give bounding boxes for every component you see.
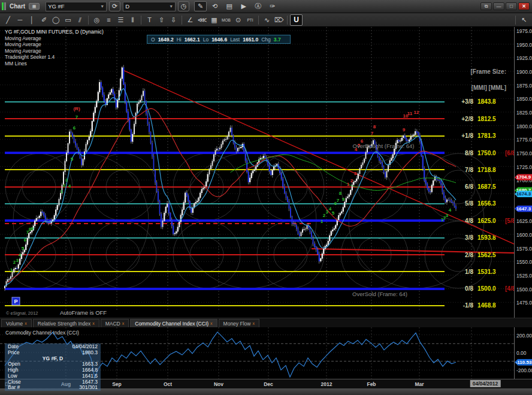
- mm-line-fraction-label: 5/8: [465, 200, 473, 207]
- cci-tick-label: 200.00: [516, 333, 532, 339]
- tab-close-icon[interactable]: x: [252, 321, 255, 325]
- auto-icon[interactable]: Ⓐ: [252, 1, 264, 11]
- tab-close-icon[interactable]: x: [210, 321, 213, 325]
- window-controls: ⧉—□✕: [480, 2, 530, 10]
- ellipse-tool-icon[interactable]: ◯: [50, 14, 62, 26]
- draw-pencil-icon[interactable]: ✎: [194, 1, 207, 11]
- pti-study-button-icon[interactable]: PTI: [244, 14, 256, 26]
- seeker-signal-sell: 1: [347, 182, 350, 187]
- high-label: Hi: [177, 37, 182, 43]
- price-tick-label: 1775.0: [516, 137, 532, 143]
- mm-frame-suffix-label: [5/8: [505, 218, 514, 224]
- minimize-button[interactable]: —: [493, 2, 504, 10]
- copyright-text: © eSignal, 2012: [6, 310, 38, 316]
- seeker-signal-buy: 8: [339, 191, 342, 196]
- seeker-signal-sell: 3: [354, 171, 357, 176]
- vertical-line-tool-icon[interactable]: │: [26, 14, 38, 26]
- mm-line-fraction-label: +2/8: [461, 116, 473, 122]
- arrow-up-marker-tool-icon[interactable]: ⇧: [156, 14, 167, 26]
- fib-retracement-tool-icon[interactable]: ≡: [103, 14, 114, 26]
- mm-line-price-label: 1812.5: [477, 116, 496, 122]
- symbol-refresh-button[interactable]: ⟳: [109, 1, 120, 11]
- oversold-label: OverSold (Frame: 64): [352, 291, 407, 297]
- cci-axis[interactable]: 200.000.00-200.00-110.53: [514, 327, 532, 379]
- fib-circles-tool-icon[interactable]: ◎: [91, 14, 102, 26]
- price-axis-badge: 1674.3: [515, 191, 532, 197]
- price-tick-label: 1900.0: [516, 69, 532, 75]
- eraser-tool-icon[interactable]: ⌦: [273, 14, 285, 26]
- mm-line-price-label: 1656.3: [477, 200, 496, 207]
- wave-tool-icon[interactable]: ∿: [261, 14, 273, 26]
- seeker-signal-buy: 9: [31, 226, 34, 231]
- time-axis-label: 2012: [321, 381, 332, 387]
- price-tick-label: 1975.0: [516, 28, 532, 34]
- tab-close-icon[interactable]: x: [25, 321, 27, 325]
- arrow-down-marker-tool-icon[interactable]: ⇩: [168, 14, 179, 26]
- horizontal-line-tool-icon[interactable]: ─: [14, 14, 26, 26]
- mm-line-fraction-label: 7/8: [465, 167, 473, 173]
- symbol-dropdown-caret[interactable]: ▼: [98, 4, 104, 8]
- price-axis[interactable]: 1975.01950.01925.01900.01875.01850.01825…: [514, 27, 532, 318]
- price-tick-label: 1550.0: [516, 259, 532, 265]
- seeker-signal-buy: 4: [68, 183, 71, 189]
- fib-extension-tool-icon[interactable]: ☰: [115, 14, 126, 26]
- tab-macd[interactable]: MACDx: [101, 319, 129, 327]
- tab-close-icon[interactable]: x: [92, 321, 95, 325]
- tab-volume[interactable]: Volumex: [1, 319, 32, 327]
- quote-board-icon[interactable]: ▤: [223, 1, 235, 11]
- price-chart-canvas[interactable]: +3/81843.8+2/81812.5+1/81781.38/81750.0[…: [0, 27, 514, 318]
- symbol-input[interactable]: YG #F ▼: [46, 2, 107, 11]
- maximize-button[interactable]: □: [506, 2, 517, 10]
- toolbar-divider: [182, 16, 182, 25]
- open-label: O: [151, 37, 155, 43]
- grid-tool-icon[interactable]: ▦: [208, 14, 220, 26]
- low-label: Lo: [203, 37, 208, 43]
- mob-study-button-icon[interactable]: MOB: [220, 14, 232, 26]
- seeker-signal-sell: 8: [373, 124, 376, 129]
- time-axis-label: Feb: [367, 381, 376, 387]
- high-value: 1662.1: [185, 37, 200, 43]
- seeker-signal-buy: 6: [24, 237, 27, 243]
- cci-pane-title: Commodity Channel Index (CCI): [5, 330, 79, 336]
- mm-line-fraction-label: 3/8: [465, 234, 473, 241]
- overbought-label: OverBought (Frame: 64): [353, 143, 415, 149]
- interval-input[interactable]: D ▼: [123, 2, 176, 11]
- pointer-tool-icon[interactable]: ↖: [518, 14, 530, 26]
- close-button[interactable]: ✕: [518, 2, 530, 10]
- text-tool-icon[interactable]: T: [144, 14, 155, 26]
- open-value: 1649.2: [158, 37, 174, 43]
- fib-timezones-tool-icon[interactable]: ⦀: [127, 14, 138, 26]
- cci-tick-label: 0.00: [516, 350, 527, 356]
- ohlc-quote-strip: O 1649.2 Hi 1662.1 Lo 1646.6 Last 1651.0…: [147, 35, 291, 44]
- price-axis-badge: 1704.9: [515, 174, 532, 180]
- seeker-signal-sell: 11: [407, 111, 413, 116]
- cycle-tool-icon[interactable]: ⊙: [232, 14, 244, 26]
- seeker-signal-buy: 5: [332, 210, 335, 216]
- price-tick-label: 1925.0: [516, 55, 532, 61]
- tab-money-flow[interactable]: Money Flowx: [219, 319, 259, 327]
- restore-button[interactable]: ⧉: [480, 2, 492, 10]
- play-icon[interactable]: ▶: [237, 1, 250, 11]
- interval-dropdown-caret[interactable]: ▼: [167, 4, 173, 8]
- time-template-button[interactable]: ◷: [178, 1, 189, 11]
- freehand-tool-icon[interactable]: ✐: [38, 14, 50, 26]
- moving-average-long: [231, 155, 457, 191]
- tab-cci[interactable]: Commodity Channel Index (CCI)x: [130, 319, 217, 327]
- reload-icon[interactable]: ⟲: [208, 1, 221, 11]
- last-label: Last: [230, 37, 240, 43]
- frame-size-label: [Frame Size:: [471, 68, 506, 75]
- pitchfork-tool-icon[interactable]: ∠: [185, 14, 196, 26]
- tab-rsi[interactable]: Relative Strength Indexx: [33, 319, 99, 327]
- seeker-signal-buy: 9: [342, 197, 345, 202]
- tab-close-icon[interactable]: x: [122, 321, 125, 325]
- annotate-icon[interactable]: ✑: [266, 1, 279, 11]
- change-value: 3.7: [274, 37, 281, 43]
- gann-fan-tool-icon[interactable]: ⋘: [197, 14, 208, 26]
- cursor-date-badge: 04/04/2012: [470, 380, 501, 387]
- study-label-ma2: Moving Average: [5, 41, 104, 48]
- price-chart-pane[interactable]: +3/81843.8+2/81812.5+1/81781.38/81750.0[…: [0, 27, 532, 318]
- rectangle-tool-icon[interactable]: ▭: [62, 14, 74, 26]
- parallel-lines-tool-icon[interactable]: ⫽: [74, 14, 86, 26]
- trend-line-tool-icon[interactable]: ╱: [2, 14, 14, 26]
- bold-annotation-button[interactable]: U: [290, 14, 303, 26]
